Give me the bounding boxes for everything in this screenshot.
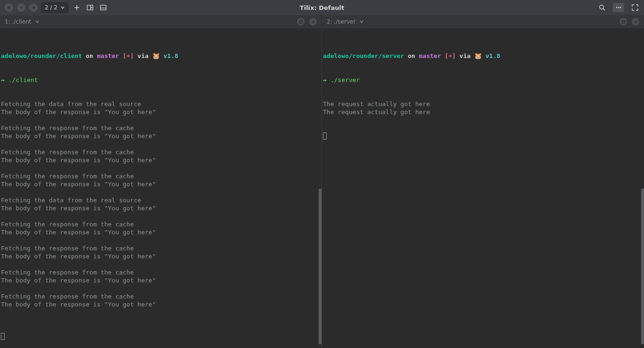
pane-title-left[interactable]: 1: ./client bbox=[0, 15, 322, 28]
terminal-pane-right[interactable]: adelowo/rounder/server on master [+] via… bbox=[322, 28, 644, 348]
chevron-down-icon bbox=[60, 5, 65, 10]
close-session-button[interactable] bbox=[5, 3, 13, 12]
output-blank-line bbox=[1, 236, 322, 244]
new-terminal-button[interactable] bbox=[72, 3, 82, 12]
chevron-down-icon bbox=[35, 19, 40, 24]
command-line: → ./server bbox=[323, 76, 644, 84]
prompt-branch: master bbox=[419, 52, 441, 59]
output-line: The request actually got here bbox=[323, 100, 644, 108]
plus-icon bbox=[31, 5, 36, 10]
output-line: Fetching the response from the cache bbox=[1, 244, 322, 252]
output-line: The request actually got here bbox=[323, 108, 644, 116]
cursor-icon bbox=[323, 133, 327, 140]
svg-rect-11 bbox=[100, 5, 106, 10]
output-line: The body of the response is "You got her… bbox=[1, 228, 322, 236]
terminal-panes: adelowo/rounder/client on master [+] via… bbox=[0, 28, 644, 348]
command-line: → ./client bbox=[1, 76, 322, 84]
prompt-via: via bbox=[138, 52, 149, 59]
output-line: Fetching the response from the cache bbox=[1, 220, 322, 228]
output-line: Fetching the data from the real source bbox=[1, 100, 322, 108]
remove-session-button[interactable] bbox=[17, 3, 25, 12]
go-icon: 🐹 bbox=[152, 52, 160, 59]
prompt-line: adelowo/rounder/server on master [+] via… bbox=[323, 52, 644, 60]
prompt-on: on bbox=[408, 52, 415, 59]
prompt-flag: [+] bbox=[123, 52, 133, 59]
go-icon: 🐹 bbox=[474, 52, 482, 59]
kebab-horizontal-icon bbox=[615, 4, 622, 11]
output-line: The body of the response is "You got her… bbox=[1, 108, 322, 116]
cursor-line bbox=[1, 332, 322, 340]
prompt-go-version: v1.8 bbox=[486, 52, 500, 59]
split-down-button[interactable] bbox=[99, 3, 108, 12]
output-line: The body of the response is "You got her… bbox=[1, 252, 322, 260]
pane-title-label: 2: ./server bbox=[327, 18, 355, 25]
scrollbar-thumb[interactable] bbox=[319, 189, 322, 344]
output-blank-line bbox=[1, 116, 322, 124]
prompt-on: on bbox=[86, 52, 93, 59]
split-down-icon bbox=[99, 4, 107, 11]
output-blank-line bbox=[1, 260, 322, 268]
session-counter-label: 2 / 2 bbox=[45, 4, 58, 11]
prompt-branch: master bbox=[97, 52, 119, 59]
output-blank-line bbox=[1, 188, 322, 196]
svg-point-13 bbox=[600, 5, 603, 9]
pane-close-button[interactable] bbox=[309, 18, 317, 25]
titlebar-left-controls: 2 / 2 bbox=[0, 2, 108, 13]
prompt-go-version: v1.8 bbox=[164, 52, 178, 59]
pane-title-label: 1: ./client bbox=[5, 18, 31, 25]
output-line: Fetching the response from the cache bbox=[1, 292, 322, 300]
titlebar-right-controls bbox=[598, 3, 644, 12]
app-menu-button[interactable] bbox=[613, 3, 624, 12]
output-line: Fetching the response from the cache bbox=[1, 268, 322, 276]
pane-maximize-button[interactable] bbox=[297, 18, 305, 25]
output-blank-line bbox=[1, 164, 322, 172]
split-right-icon bbox=[86, 4, 94, 11]
output-line: The body of the response is "You got her… bbox=[1, 276, 322, 284]
output-line: Fetching the response from the cache bbox=[1, 172, 322, 180]
close-icon bbox=[7, 5, 11, 10]
svg-point-17 bbox=[620, 7, 621, 8]
close-icon bbox=[634, 20, 638, 24]
session-counter-dropdown[interactable]: 2 / 2 bbox=[41, 2, 68, 13]
output-line: Fetching the response from the cache bbox=[1, 124, 322, 132]
pane-close-button[interactable] bbox=[632, 18, 639, 25]
prompt-arrow: → bbox=[323, 76, 327, 83]
scrollbar-thumb[interactable] bbox=[641, 189, 644, 344]
output-line: The body of the response is "You got her… bbox=[1, 204, 322, 212]
svg-line-23 bbox=[622, 21, 625, 23]
terminal-output: Fetching the data from the real sourceTh… bbox=[1, 100, 322, 316]
close-icon bbox=[311, 20, 315, 24]
pane-maximize-button[interactable] bbox=[619, 18, 627, 25]
svg-point-15 bbox=[616, 7, 618, 8]
add-session-button[interactable] bbox=[29, 3, 38, 12]
prompt-flag: [+] bbox=[445, 52, 455, 59]
terminal-output: The request actually got hereThe request… bbox=[323, 100, 644, 116]
prompt-path: adelowo/rounder/client bbox=[1, 52, 82, 59]
svg-line-19 bbox=[300, 21, 302, 23]
output-blank-line bbox=[1, 308, 322, 316]
pane-title-controls bbox=[619, 18, 639, 25]
output-blank-line bbox=[1, 212, 322, 220]
split-right-button[interactable] bbox=[85, 3, 95, 12]
prompt-arrow: → bbox=[1, 76, 5, 83]
output-line: The body of the response is "You got her… bbox=[1, 132, 322, 140]
prompt-path: adelowo/rounder/server bbox=[323, 52, 404, 59]
output-blank-line bbox=[1, 140, 322, 148]
command-text: ./client bbox=[8, 76, 38, 83]
output-line: Fetching the data from the real source bbox=[1, 196, 322, 204]
terminal-pane-left[interactable]: adelowo/rounder/client on master [+] via… bbox=[0, 28, 322, 348]
panes-titlebar-row: 1: ./client 2: ./server bbox=[0, 15, 644, 28]
search-button[interactable] bbox=[598, 3, 606, 12]
fullscreen-button[interactable] bbox=[631, 3, 639, 12]
output-line: The body of the response is "You got her… bbox=[1, 300, 322, 308]
cursor-icon bbox=[1, 333, 5, 340]
svg-line-14 bbox=[603, 8, 605, 10]
plus-icon bbox=[73, 4, 81, 11]
output-line: Fetching the response from the cache bbox=[1, 148, 322, 156]
cursor-line bbox=[323, 132, 644, 140]
prompt-via: via bbox=[460, 52, 471, 59]
pane-title-right[interactable]: 2: ./server bbox=[322, 15, 644, 28]
pane-title-controls bbox=[297, 18, 317, 25]
output-line: The body of the response is "You got her… bbox=[1, 180, 322, 188]
output-blank-line bbox=[1, 284, 322, 292]
